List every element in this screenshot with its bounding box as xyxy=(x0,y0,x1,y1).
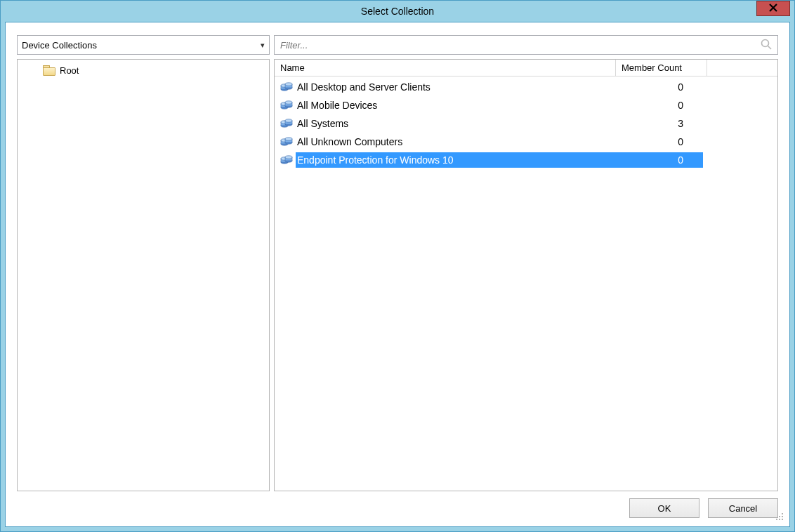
svg-point-0 xyxy=(762,39,769,46)
right-column: Name Member Count All Desktop and Server… xyxy=(274,35,778,491)
ok-button[interactable]: OK xyxy=(629,498,699,518)
table-row[interactable]: Endpoint Protection for Windows 100 xyxy=(279,151,773,169)
folder-icon xyxy=(43,65,55,75)
cell-count: 0 xyxy=(612,153,703,167)
titlebar: Select Collection xyxy=(1,1,794,22)
collection-icon xyxy=(280,117,293,130)
collection-icon xyxy=(280,81,293,93)
main-row: Device Collections ▾ Root xyxy=(17,35,778,491)
cell-name-text: All Unknown Computers xyxy=(296,136,612,147)
table-row[interactable]: All Mobile Devices0 xyxy=(279,96,773,114)
cell-name: All Desktop and Server Clients0 xyxy=(279,81,703,93)
dialog-window: Select Collection Device Collections ▾ R… xyxy=(0,0,795,532)
filter-input[interactable] xyxy=(275,36,755,54)
cell-count: 3 xyxy=(612,118,703,129)
cancel-button[interactable]: Cancel xyxy=(708,498,778,518)
chevron-down-icon: ▾ xyxy=(261,41,265,50)
left-column: Device Collections ▾ Root xyxy=(17,35,270,491)
column-header-spacer xyxy=(707,60,777,76)
cell-name: All Unknown Computers0 xyxy=(279,135,703,148)
grid-header: Name Member Count xyxy=(275,60,777,77)
svg-point-7 xyxy=(285,83,292,86)
client-area: Device Collections ▾ Root xyxy=(5,22,790,527)
search-button[interactable] xyxy=(755,36,777,54)
cell-name-text: Endpoint Protection for Windows 10 xyxy=(296,153,612,167)
collection-icon xyxy=(280,154,293,166)
cell-count: 0 xyxy=(612,81,703,93)
window-title: Select Collection xyxy=(361,6,434,17)
search-icon xyxy=(760,38,773,53)
svg-point-32 xyxy=(782,513,783,514)
table-row[interactable]: All Unknown Computers0 xyxy=(279,133,773,151)
svg-point-34 xyxy=(782,516,783,517)
cell-name: All Systems3 xyxy=(279,117,703,130)
tree-item-label: Root xyxy=(60,65,79,76)
svg-point-36 xyxy=(779,519,780,520)
svg-point-19 xyxy=(285,119,292,122)
cell-name: Endpoint Protection for Windows 100 xyxy=(279,152,703,168)
table-row[interactable]: All Systems3 xyxy=(279,114,773,133)
cell-name-text: All Desktop and Server Clients xyxy=(296,81,612,93)
svg-point-25 xyxy=(285,138,292,140)
column-header-name[interactable]: Name xyxy=(275,60,616,76)
cell-count: 0 xyxy=(612,100,703,111)
svg-line-1 xyxy=(768,46,771,49)
cell-count: 0 xyxy=(612,136,703,147)
collection-tree[interactable]: Root xyxy=(17,59,270,491)
button-row: OK Cancel xyxy=(17,491,778,518)
svg-point-33 xyxy=(779,516,780,517)
grid-body[interactable]: All Desktop and Server Clients0 All Mobi… xyxy=(275,77,777,491)
tree-root-item[interactable]: Root xyxy=(22,62,265,78)
svg-point-35 xyxy=(776,519,777,520)
collection-icon xyxy=(280,99,293,112)
close-button[interactable] xyxy=(756,1,790,16)
collection-icon xyxy=(280,135,293,148)
cell-name-text: All Systems xyxy=(296,118,612,129)
close-icon xyxy=(769,2,777,15)
collection-type-combo[interactable]: Device Collections ▾ xyxy=(17,35,270,55)
svg-point-13 xyxy=(285,101,292,104)
combo-value: Device Collections xyxy=(22,40,97,51)
table-row[interactable]: All Desktop and Server Clients0 xyxy=(279,78,773,96)
cell-name: All Mobile Devices0 xyxy=(279,99,703,112)
filter-row xyxy=(274,35,778,55)
collections-grid: Name Member Count All Desktop and Server… xyxy=(274,59,778,491)
svg-point-37 xyxy=(782,519,783,520)
cell-name-text: All Mobile Devices xyxy=(296,100,612,111)
column-header-count[interactable]: Member Count xyxy=(616,60,707,76)
svg-point-31 xyxy=(285,156,292,159)
